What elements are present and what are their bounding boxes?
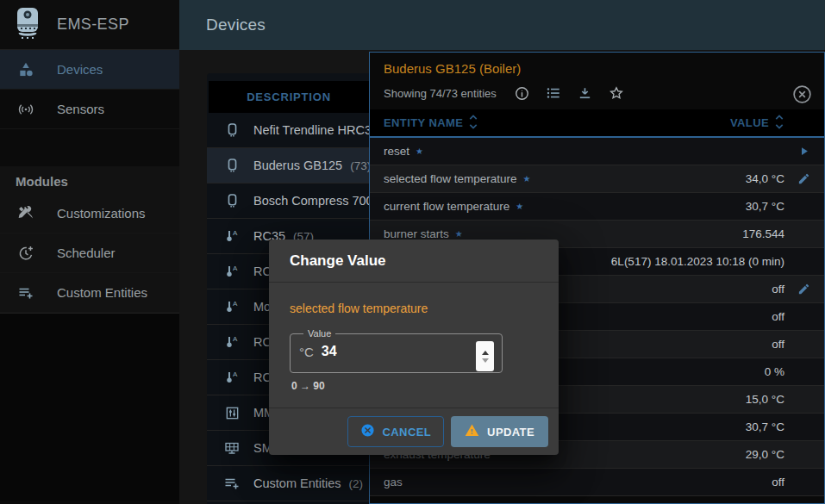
device-entity-count: (73) xyxy=(350,159,371,172)
dialog-entity-name: selected flow temperature xyxy=(290,302,538,315)
dialog-actions: CANCEL UPDATE xyxy=(269,408,559,455)
entity-name-column-header[interactable]: ENTITY NAME xyxy=(384,115,730,132)
sidebar-spacer xyxy=(0,129,179,166)
entity-value: off xyxy=(772,283,784,296)
warning-icon xyxy=(465,423,479,440)
unit-adornment: °C xyxy=(299,345,314,359)
download-icon[interactable] xyxy=(578,86,592,101)
entity-value: off xyxy=(772,476,784,488)
play-icon[interactable] xyxy=(784,145,810,158)
modules-section-label: Modules xyxy=(0,166,179,194)
info-icon[interactable] xyxy=(515,86,529,101)
panel-title: Buderus GB125 (Boiler) xyxy=(384,61,810,76)
panel-toolbar: Showing 74/73 entities xyxy=(384,85,810,101)
thermostat-icon: A xyxy=(222,228,242,244)
entity-value: 30,7 °C xyxy=(746,420,784,433)
sort-icon xyxy=(775,115,784,132)
thermostat-icon: A xyxy=(222,264,242,279)
solar-icon xyxy=(222,441,242,456)
close-icon[interactable] xyxy=(791,84,813,105)
entity-value: 176.544 xyxy=(742,227,784,240)
device-name: Nefit Trendline HRC30 xyxy=(253,123,378,137)
value-column-header[interactable]: VALUE xyxy=(730,115,784,132)
sidebar-item-label: Customizations xyxy=(57,206,146,221)
favorite-star-icon: ★ xyxy=(523,174,531,184)
entities-table-header: ENTITY NAME VALUE xyxy=(370,109,824,138)
boiler-logo-icon xyxy=(14,7,41,43)
ems-esp-app: EMS-ESP Devices Sensors Modules Customiz… xyxy=(0,0,825,504)
entity-value: 30,7 °C xyxy=(746,200,784,213)
entity-row: gas off xyxy=(370,469,824,496)
dialog-body: selected flow temperature Value °C 0 → 9… xyxy=(269,283,559,392)
value-input[interactable] xyxy=(322,344,451,359)
stepper-up-icon[interactable] xyxy=(482,351,489,355)
sidebar: EMS-ESP Devices Sensors Modules Customiz… xyxy=(0,0,179,504)
boiler-icon xyxy=(222,158,242,173)
entity-value: 15,0 °C xyxy=(746,393,784,406)
favorite-star-icon: ★ xyxy=(416,146,423,156)
device-name: Custom Entities xyxy=(253,476,341,490)
dialog-title: Change Value xyxy=(269,240,559,283)
svg-text:A: A xyxy=(233,229,238,237)
antenna-icon xyxy=(16,101,36,118)
sort-icon xyxy=(469,115,478,132)
appbar: Devices xyxy=(179,0,825,50)
entity-row: selected flow temperature★ 34,0 °C xyxy=(370,165,824,193)
edit-icon[interactable] xyxy=(784,172,810,185)
entity-name: reset★ xyxy=(384,145,784,158)
sidebar-item-customizations[interactable]: Customizations xyxy=(0,194,179,233)
svg-text:A: A xyxy=(233,370,238,378)
entity-row: current flow temperature★ 30,7 °C xyxy=(370,193,824,221)
playlist-add-icon xyxy=(16,286,36,300)
entity-value: 34,0 °C xyxy=(746,172,784,185)
entity-name: selected flow temperature★ xyxy=(384,172,746,185)
cancel-icon xyxy=(360,423,375,440)
svg-text:A: A xyxy=(233,300,238,308)
panel-header: Buderus GB125 (Boiler) Showing 74/73 ent… xyxy=(370,53,824,109)
edit-icon[interactable] xyxy=(784,283,810,296)
value-range-hint: 0 → 90 xyxy=(291,380,538,392)
thermostat-icon: A xyxy=(222,334,242,350)
sidebar-item-label: Sensors xyxy=(57,102,104,116)
boiler-icon xyxy=(222,122,242,138)
sidebar-item-devices[interactable]: Devices xyxy=(0,50,179,90)
tools-icon xyxy=(16,205,36,222)
entity-value: 29,0 °C xyxy=(746,448,784,461)
category-icon xyxy=(16,61,36,78)
description-column-header: DESCRIPTION xyxy=(209,90,369,103)
value-field: Value °C xyxy=(290,328,503,373)
update-button[interactable]: UPDATE xyxy=(451,416,548,447)
sidebar-section-modules: Modules Customizations Scheduler Custom … xyxy=(0,166,179,314)
device-name: Buderus GB125 xyxy=(253,159,342,172)
sidebar-item-label: Custom Entities xyxy=(57,285,147,300)
app-logo-row: EMS-ESP xyxy=(0,0,179,50)
stepper-down-icon[interactable] xyxy=(482,358,489,363)
entity-name: gas xyxy=(384,476,772,488)
thermostat-icon: A xyxy=(222,370,242,385)
mixer-icon xyxy=(222,406,242,420)
entity-value: off xyxy=(772,310,784,323)
svg-text:A: A xyxy=(233,264,238,272)
boiler-icon xyxy=(222,193,242,208)
sidebar-item-label: Devices xyxy=(57,62,103,77)
favorite-star-icon: ★ xyxy=(455,229,463,239)
device-name: Bosch Compress 700 xyxy=(253,194,373,208)
sidebar-item-scheduler[interactable]: Scheduler xyxy=(0,233,179,273)
number-stepper[interactable] xyxy=(476,341,494,371)
clock-plus-icon xyxy=(16,245,36,262)
sidebar-item-custom-entities[interactable]: Custom Entities xyxy=(0,273,179,313)
sidebar-item-sensors[interactable]: Sensors xyxy=(0,90,179,129)
entity-value: 0 % xyxy=(765,365,784,378)
device-entity-count: (2) xyxy=(349,477,364,490)
sidebar-item-label: Scheduler xyxy=(57,246,116,260)
page-title: Devices xyxy=(206,16,266,34)
entity-name: current flow temperature★ xyxy=(384,200,746,213)
cancel-button[interactable]: CANCEL xyxy=(347,416,445,447)
list-icon[interactable] xyxy=(546,85,561,101)
sidebar-nav: Devices Sensors Modules Customizations S… xyxy=(0,50,179,501)
entity-value: off xyxy=(772,338,784,351)
change-value-dialog: Change Value selected flow temperature V… xyxy=(269,240,559,455)
entity-value: 6L(517) 18.01.2023 10:18 (0 min) xyxy=(611,255,784,268)
star-icon[interactable] xyxy=(609,85,624,101)
thermostat-icon: A xyxy=(222,299,242,314)
